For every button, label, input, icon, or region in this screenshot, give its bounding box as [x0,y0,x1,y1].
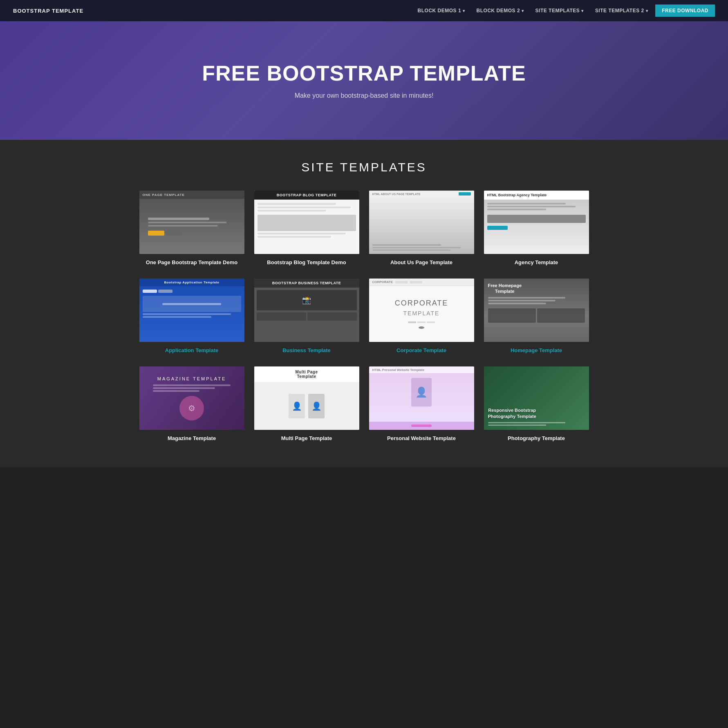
nav-site-templates-2[interactable]: SITE TEMPLATES 2 ▾ [591,5,652,16]
brand-logo: BOOTSTRAP TEMPLATE [13,8,83,14]
template-thumb-business: Bootstrap Business Template 📸 [254,279,359,342]
free-download-button[interactable]: FREE DOWNLOAD [655,4,715,17]
template-card-personal[interactable]: HTML Personal Website Template 👤 Persona… [369,366,474,442]
template-label-about: About Us Page Template [369,259,474,266]
nav-site-templates[interactable]: SITE TEMPLATES ▾ [531,5,588,16]
template-label-homepage: Homepage Template [484,347,589,354]
template-thumb-app: Bootstrap Application Template [139,279,244,342]
chevron-down-icon: ▾ [463,9,465,13]
nav-block-demos-2[interactable]: BLOCK DEMOS 2 ▾ [473,5,528,16]
section-title: SITE TEMPLATES [8,160,720,174]
template-thumb-personal: HTML Personal Website Template 👤 [369,366,474,430]
templates-grid-row1: ONE PAGE TEMPLATE [139,191,589,266]
template-label-app: Application Template [139,347,244,354]
template-thumb-about: HTML ABOUT US PAGE TEMPLATE [369,191,474,254]
page-bottom [0,467,728,475]
hero-section: FREE BOOTSTRAP TEMPLATE Make your own bo… [0,21,728,140]
template-card-homepage[interactable]: Free HomepageTemplate Homepage Template [484,279,589,354]
nav-block-demos-1[interactable]: BLOCK DEMOS 1 ▾ [414,5,469,16]
chevron-down-icon: ▾ [646,9,648,13]
template-thumb-multipage: Multi PageTemplate 👤 👤 [254,366,359,430]
hero-content: FREE BOOTSTRAP TEMPLATE Make your own bo… [202,62,526,99]
chevron-down-icon: ▾ [522,9,524,13]
template-thumb-agency: HTML Bootstrap Agency Template [484,191,589,254]
templates-grid-row3: MAGAZINE TEMPLATE ⚙ Magazine Template [139,366,589,442]
hero-title: FREE BOOTSTRAP TEMPLATE [202,62,526,85]
template-card-blog[interactable]: BOOTSTRAP BLOG TEMPLATE Bootstrap Blog T… [254,191,359,266]
template-card-corporate[interactable]: CORPORATE Corporate Template [369,279,474,354]
template-thumb-homepage: Free HomepageTemplate [484,279,589,342]
template-card-magazine[interactable]: MAGAZINE TEMPLATE ⚙ Magazine Template [139,366,244,442]
template-card-business[interactable]: Bootstrap Business Template 📸 Business T… [254,279,359,354]
chevron-down-icon: ▾ [581,9,584,13]
template-thumb-photography: Responsive BootstrapPhotography Template [484,366,589,430]
template-label-magazine: Magazine Template [139,435,244,442]
template-card-app[interactable]: Bootstrap Application Template [139,279,244,354]
template-label-corporate: Corporate Template [369,347,474,354]
template-label-blog: Bootstrap Blog Template Demo [254,259,359,266]
template-label-business: Business Template [254,347,359,354]
template-label-multipage: Multi Page Template [254,435,359,442]
hero-subtitle: Make your own bootstrap-based site in mi… [202,92,526,99]
template-label-personal: Personal Website Template [369,435,474,442]
template-card-one-page[interactable]: ONE PAGE TEMPLATE [139,191,244,266]
navbar: BOOTSTRAP TEMPLATE BLOCK DEMOS 1 ▾ BLOCK… [0,0,728,21]
templates-grid-row2: Bootstrap Application Template [139,279,589,354]
template-thumb-blog: BOOTSTRAP BLOG TEMPLATE [254,191,359,254]
template-label-photography: Photography Template [484,435,589,442]
template-thumb-one-page: ONE PAGE TEMPLATE [139,191,244,254]
template-card-agency[interactable]: HTML Bootstrap Agency Template Agency Te… [484,191,589,266]
template-card-multipage[interactable]: Multi PageTemplate 👤 👤 Mu [254,366,359,442]
site-templates-section: SITE TEMPLATES ONE PAGE TEMPLATE [0,140,728,467]
template-label-one-page: One Page Bootstrap Template Demo [139,259,244,266]
template-card-about[interactable]: HTML ABOUT US PAGE TEMPLATE About Us Pag… [369,191,474,266]
template-thumb-corporate: CORPORATE Corporate Template [369,279,474,342]
template-card-photography[interactable]: Responsive BootstrapPhotography Template… [484,366,589,442]
template-thumb-magazine: MAGAZINE TEMPLATE ⚙ [139,366,244,430]
nav-links: BLOCK DEMOS 1 ▾ BLOCK DEMOS 2 ▾ SITE TEM… [414,4,715,17]
template-label-agency: Agency Template [484,259,589,266]
